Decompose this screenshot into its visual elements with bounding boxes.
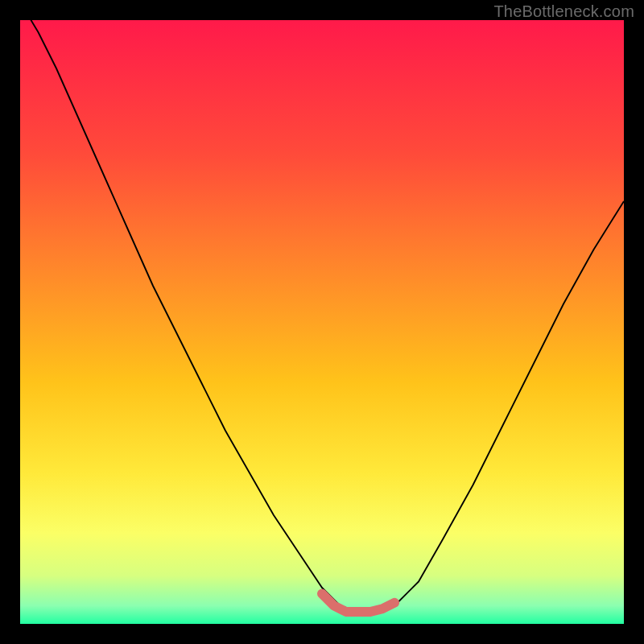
watermark-text: TheBottleneck.com <box>493 2 634 21</box>
bottleneck-curve <box>20 20 624 624</box>
chart-frame: TheBottleneck.com <box>0 0 644 644</box>
plot-area <box>20 20 624 624</box>
